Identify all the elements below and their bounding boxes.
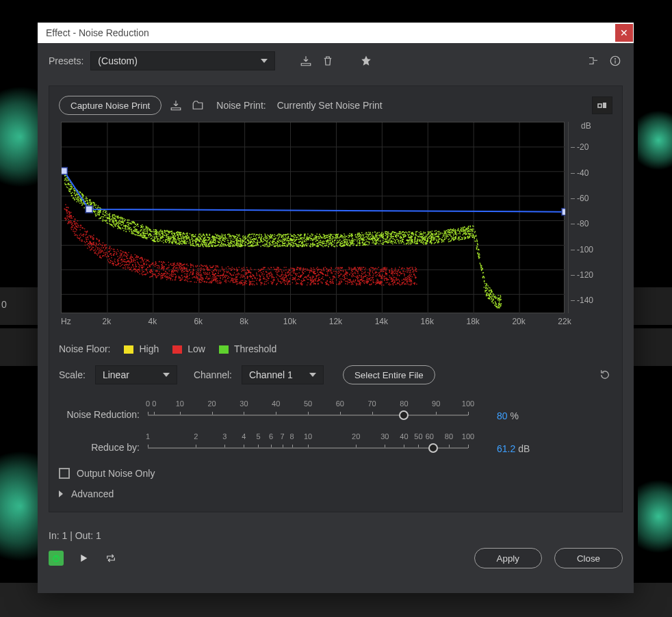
svg-rect-5200 xyxy=(227,241,228,242)
title-bar[interactable]: Effect - Noise Reduction ✕ xyxy=(38,23,634,43)
svg-rect-5231 xyxy=(240,241,241,242)
noise-reduction-slider[interactable]: 00102030405060708090100 xyxy=(148,399,468,424)
svg-rect-3104 xyxy=(444,237,445,238)
svg-rect-4286 xyxy=(112,216,112,217)
apply-button[interactable]: Apply xyxy=(474,548,542,568)
svg-rect-2846 xyxy=(412,232,413,233)
svg-rect-2054 xyxy=(114,249,114,250)
svg-rect-4520 xyxy=(468,228,469,228)
svg-rect-3179 xyxy=(187,233,188,233)
noise-reduction-panel: Capture Noise Print Noise Print: Current… xyxy=(49,86,623,512)
svg-rect-1341 xyxy=(125,259,125,260)
delete-preset-icon[interactable] xyxy=(320,53,335,68)
svg-rect-3008 xyxy=(427,235,428,235)
close-icon[interactable]: ✕ xyxy=(615,24,633,42)
save-preset-icon[interactable] xyxy=(298,53,313,68)
svg-rect-519 xyxy=(103,255,104,256)
noise-spectrum-chart[interactable]: dB -20-40-60-80-100-120-140 Hz 2k4k6k8k1… xyxy=(59,122,612,334)
svg-rect-955 xyxy=(357,276,358,277)
reset-icon[interactable] xyxy=(597,367,612,382)
svg-rect-1398 xyxy=(224,272,224,272)
svg-rect-3691 xyxy=(319,237,320,238)
svg-rect-2704 xyxy=(222,236,222,237)
save-noise-print-icon[interactable] xyxy=(168,98,183,113)
favorite-icon[interactable] xyxy=(359,53,374,68)
svg-rect-1329 xyxy=(176,270,177,271)
svg-rect-4343 xyxy=(352,238,352,239)
svg-rect-1899 xyxy=(135,260,135,261)
svg-rect-4659 xyxy=(218,245,218,246)
svg-rect-2591 xyxy=(163,235,164,235)
svg-rect-94 xyxy=(276,274,277,274)
svg-rect-1054 xyxy=(149,276,150,277)
info-icon[interactable] xyxy=(608,53,623,68)
svg-rect-1389 xyxy=(373,283,374,283)
svg-rect-590 xyxy=(220,283,221,284)
svg-rect-1846 xyxy=(202,278,203,278)
threshold-handle[interactable] xyxy=(562,209,565,215)
svg-rect-2397 xyxy=(307,244,308,244)
svg-rect-718 xyxy=(77,220,78,221)
svg-rect-4870 xyxy=(322,246,323,247)
slider-thumb[interactable] xyxy=(399,410,409,420)
svg-rect-4624 xyxy=(392,232,393,233)
reduce-by-slider[interactable]: 1234567810203040506080100 xyxy=(148,432,468,457)
presets-select[interactable]: (Custom) xyxy=(90,51,275,70)
svg-rect-2173 xyxy=(326,271,327,272)
svg-rect-77 xyxy=(321,269,322,270)
nr-value[interactable]: 80 % xyxy=(497,410,519,424)
svg-rect-5218 xyxy=(443,231,444,231)
svg-rect-4264 xyxy=(367,236,368,237)
svg-rect-2201 xyxy=(108,261,109,262)
channel-routing-icon[interactable] xyxy=(586,53,601,68)
channel-select[interactable]: Channel 1 xyxy=(242,365,324,384)
svg-rect-3255 xyxy=(218,244,218,245)
threshold-handle[interactable] xyxy=(62,168,67,174)
svg-rect-938 xyxy=(354,276,354,276)
svg-rect-4968 xyxy=(349,239,350,240)
svg-rect-1454 xyxy=(175,276,176,277)
svg-rect-1349 xyxy=(409,284,409,285)
svg-rect-1178 xyxy=(378,267,378,267)
svg-rect-3148 xyxy=(250,243,250,244)
capture-noise-print-button[interactable]: Capture Noise Print xyxy=(59,96,161,115)
svg-rect-4757 xyxy=(319,234,320,235)
svg-rect-2152 xyxy=(246,283,247,284)
svg-rect-4994 xyxy=(103,220,104,220)
select-entire-file-button[interactable]: Select Entire File xyxy=(343,365,435,384)
rb-value[interactable]: 61.2 dB xyxy=(497,443,530,457)
load-noise-print-icon[interactable] xyxy=(190,98,205,113)
svg-rect-1767 xyxy=(311,271,311,272)
svg-rect-5247 xyxy=(364,244,365,245)
svg-rect-5403 xyxy=(259,234,260,235)
svg-rect-1306 xyxy=(213,276,214,277)
svg-rect-4265 xyxy=(393,231,394,232)
svg-rect-4846 xyxy=(340,235,341,235)
loop-icon[interactable] xyxy=(103,551,118,566)
slider-thumb[interactable] xyxy=(428,443,438,453)
svg-rect-3344 xyxy=(263,245,263,246)
close-button[interactable]: Close xyxy=(554,548,623,568)
svg-rect-5096 xyxy=(383,238,384,239)
svg-rect-5332 xyxy=(418,237,419,237)
svg-rect-5225 xyxy=(272,240,273,241)
chart-view-toggle[interactable] xyxy=(592,96,612,114)
svg-rect-1155 xyxy=(405,278,406,278)
svg-rect-1168 xyxy=(237,281,237,282)
svg-rect-3794 xyxy=(448,229,448,230)
svg-rect-4943 xyxy=(259,235,259,236)
threshold-handle[interactable] xyxy=(86,206,92,213)
svg-rect-1557 xyxy=(71,222,72,223)
preview-play-icon[interactable] xyxy=(76,551,91,566)
svg-rect-3925 xyxy=(476,239,477,239)
svg-rect-4023 xyxy=(463,228,463,228)
svg-rect-3671 xyxy=(403,241,404,242)
output-noise-only-checkbox[interactable] xyxy=(59,468,70,479)
scale-select[interactable]: Linear xyxy=(95,365,177,384)
svg-rect-4745 xyxy=(359,238,360,239)
svg-rect-555 xyxy=(335,267,336,268)
svg-rect-3026 xyxy=(435,242,435,243)
svg-rect-1622 xyxy=(230,273,231,274)
effect-power-toggle[interactable] xyxy=(49,551,64,566)
advanced-toggle[interactable]: Advanced xyxy=(59,488,612,499)
